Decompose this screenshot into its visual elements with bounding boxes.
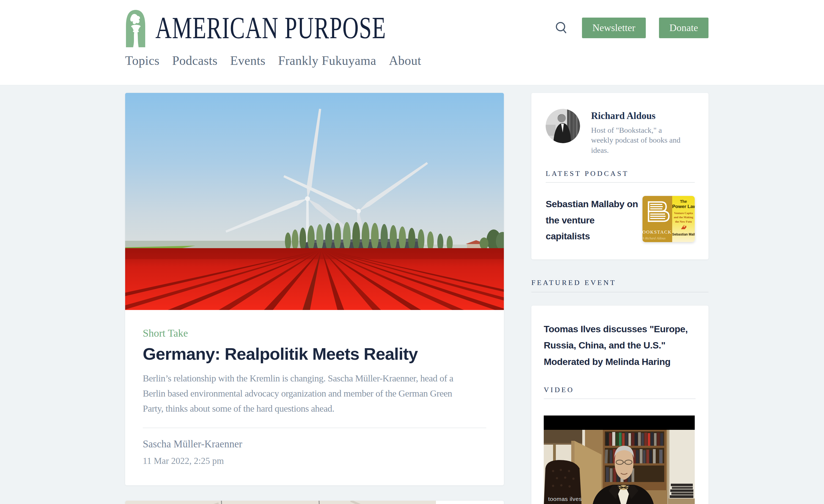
featured-event-label: FEATURED EVENT bbox=[531, 279, 616, 287]
divider bbox=[143, 427, 486, 428]
article-author[interactable]: Sascha Müller-Kraenner bbox=[143, 438, 486, 450]
main-nav: Topics Podcasts Events Frankly Fukuyama … bbox=[125, 53, 709, 68]
bookstack-byline: with Richard Aldous bbox=[642, 236, 672, 240]
podcast-thumbnail[interactable]: BOOKSTACK with Richard Aldous The Power … bbox=[642, 196, 695, 242]
podcast-host-card: Richard Aldous Host of "Bookstack," a we… bbox=[531, 93, 709, 259]
event-video-player[interactable]: toomas ilves bbox=[544, 415, 695, 504]
video-frame bbox=[544, 430, 695, 504]
host-bio: Host of "Bookstack," a weekly podcast of… bbox=[591, 125, 682, 155]
host-name[interactable]: Richard Aldous bbox=[591, 111, 682, 121]
nav-item-topics[interactable]: Topics bbox=[125, 53, 160, 68]
event-title[interactable]: Toomas Ilves discusses "Europe, Russia, … bbox=[544, 321, 696, 370]
divider bbox=[531, 292, 709, 292]
divider bbox=[544, 398, 696, 399]
latest-podcast-label: LATEST PODCAST bbox=[546, 169, 695, 178]
book-cover: The Power Law Venture Capita and the Mak… bbox=[672, 196, 695, 242]
article-hero-image[interactable] bbox=[125, 93, 504, 310]
article-date: 11 Mar 2022, 2:25 pm bbox=[143, 456, 486, 466]
article-category[interactable]: Short Take bbox=[143, 327, 486, 339]
bookstack-logo: BOOKSTACK with Richard Aldous bbox=[642, 196, 672, 242]
donate-button[interactable]: Donate bbox=[659, 18, 709, 38]
bookstack-wordmark: BOOKSTACK bbox=[642, 230, 672, 235]
article-title[interactable]: Germany: Realpolitik Meets Reality bbox=[143, 344, 486, 364]
sidebar: Richard Aldous Host of "Bookstack," a we… bbox=[531, 93, 709, 504]
newsletter-button[interactable]: Newsletter bbox=[582, 18, 646, 38]
video-caption: toomas ilves bbox=[548, 496, 582, 502]
brand-logo[interactable]: AMERICAN PURPOSE bbox=[125, 8, 472, 47]
latest-podcast-item[interactable]: Sebastian Mallaby on the venture capital… bbox=[546, 196, 695, 244]
nav-item-podcasts[interactable]: Podcasts bbox=[172, 53, 218, 68]
nav-item-about[interactable]: About bbox=[389, 53, 421, 68]
main-column: Short Take Germany: Realpolitik Meets Re… bbox=[125, 93, 504, 504]
podcast-title[interactable]: Sebastian Mallaby on the venture capital… bbox=[546, 196, 639, 244]
search-icon[interactable] bbox=[554, 21, 569, 35]
divider bbox=[546, 182, 695, 183]
article-excerpt: Berlin’s relationship with the Kremlin i… bbox=[143, 371, 486, 416]
site-header: AMERICAN PURPOSE Newsletter Donate Topic… bbox=[0, 0, 824, 85]
featured-article-card: Short Take Germany: Realpolitik Meets Re… bbox=[125, 93, 504, 485]
origami-unicorn-icon bbox=[680, 224, 687, 230]
second-article-card bbox=[125, 501, 504, 504]
second-article-image[interactable] bbox=[125, 501, 436, 504]
liberty-torch-logo-icon bbox=[125, 8, 146, 47]
avatar[interactable] bbox=[546, 109, 580, 143]
nav-item-frankly-fukuyama[interactable]: Frankly Fukuyama bbox=[278, 53, 376, 68]
video-label: VIDEO bbox=[544, 386, 696, 394]
brand-name: AMERICAN PURPOSE bbox=[156, 10, 386, 45]
featured-event-card: Toomas Ilves discusses "Europe, Russia, … bbox=[531, 305, 709, 504]
nav-item-events[interactable]: Events bbox=[230, 53, 266, 68]
